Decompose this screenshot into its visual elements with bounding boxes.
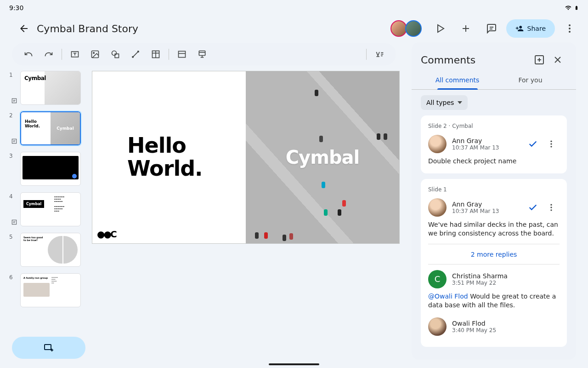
tab-for-you[interactable]: For you	[494, 71, 567, 89]
tab-all-comments[interactable]: All comments	[421, 71, 494, 89]
svg-rect-16	[179, 51, 186, 57]
header: Cymbal Brand Story Share	[0, 14, 588, 43]
thumbnail-4[interactable]: 4 Cymbal ▬▬▬▬▬▬▬▬▬▬▬▬▬▬▬▬▬▬▬▬▬▬▬▬▬▬▬▬▬	[9, 192, 88, 226]
comment-avatar: C	[428, 270, 447, 288]
svg-rect-28	[12, 220, 16, 224]
slide-thumbnails: 1 Cymbal 2 HelloWorld. Cymbal 3 4 Cymbal…	[0, 65, 92, 367]
add-comment-icon	[534, 54, 545, 65]
undo-button[interactable]	[19, 45, 38, 63]
add-slide-icon	[43, 342, 54, 353]
svg-point-37	[550, 141, 552, 142]
comment-author: Owali Flod	[452, 320, 560, 327]
more-button[interactable]	[559, 17, 581, 40]
more-replies-link[interactable]: 2 more replies	[471, 251, 517, 258]
thumbnail-6[interactable]: 6 A family-run group ▬▬▬▬▬▬▬▬▬▬▬▬▬▬	[9, 273, 88, 307]
layout-icon	[177, 50, 187, 59]
new-comment-button[interactable]	[530, 51, 548, 69]
textbox-button[interactable]	[66, 45, 84, 63]
resolve-button[interactable]	[525, 136, 541, 152]
present-button[interactable]	[429, 17, 451, 40]
collaborator-avatars[interactable]	[392, 20, 422, 37]
comment-text: @Owali Flod Would be great to create a d…	[428, 292, 560, 310]
notes-icon	[11, 219, 17, 225]
shape-button[interactable]	[106, 45, 124, 63]
svg-rect-22	[12, 98, 16, 103]
svg-point-2	[569, 24, 571, 26]
comments-panel: Comments All comments For you All types …	[412, 42, 576, 360]
person-add-icon	[515, 24, 524, 33]
comment-author: Ann Gray	[452, 201, 519, 208]
notes-icon	[11, 138, 17, 144]
nav-handle	[269, 363, 319, 365]
share-button[interactable]: Share	[506, 19, 555, 38]
close-icon	[552, 54, 563, 65]
avatar-user-1[interactable]	[390, 20, 407, 37]
share-label: Share	[527, 25, 546, 32]
close-comments-button[interactable]	[548, 51, 567, 69]
comment-avatar	[428, 198, 447, 217]
comment-more-button[interactable]	[543, 199, 560, 216]
plus-icon	[460, 23, 471, 34]
image-icon	[90, 50, 100, 59]
thumbnail-1[interactable]: 1 Cymbal	[9, 71, 88, 105]
svg-rect-9	[115, 54, 119, 58]
svg-point-4	[569, 31, 571, 33]
table-icon	[151, 50, 160, 59]
redo-button[interactable]	[40, 45, 58, 63]
check-icon	[528, 139, 538, 149]
back-button[interactable]	[15, 19, 33, 38]
slide-footer-mark: ●●C	[97, 229, 116, 240]
slide-title[interactable]: HelloWorld.	[127, 134, 246, 180]
play-icon	[435, 23, 446, 34]
comment-card[interactable]: Slide 2 · Cymbal Ann Gray 10:37 AM Mar 1…	[421, 115, 567, 173]
layout-button[interactable]	[173, 45, 191, 63]
comment-author: Ann Gray	[452, 137, 519, 144]
thumbnail-3[interactable]: 3	[9, 152, 88, 186]
dropdown-icon	[458, 101, 462, 104]
theme-button[interactable]	[193, 45, 211, 63]
comments-button[interactable]	[481, 17, 503, 40]
slide-canvas[interactable]: HelloWorld. ●●C Cymbal	[92, 71, 400, 244]
more-vert-icon	[564, 23, 575, 34]
divider	[62, 49, 62, 60]
table-button[interactable]	[147, 45, 165, 63]
comment-card[interactable]: Slide 1 Ann Gray 10:37 AM Mar 13 We've h…	[421, 179, 567, 347]
comment-author: Christina Sharma	[452, 272, 560, 280]
new-slide-fab[interactable]	[12, 337, 85, 359]
svg-point-11	[132, 57, 134, 58]
svg-point-8	[112, 51, 117, 56]
comment-slide-ref: Slide 2 · Cymbal	[428, 123, 560, 129]
undo-icon	[24, 50, 33, 59]
redo-icon	[44, 50, 53, 59]
svg-point-12	[138, 51, 139, 52]
status-time: 9:30	[9, 4, 23, 12]
more-vert-icon	[547, 203, 556, 212]
comment-more-button[interactable]	[543, 136, 560, 152]
thumbnail-5[interactable]: 5 Seem too good to be true?	[9, 233, 88, 267]
resolve-button[interactable]	[525, 199, 541, 216]
format-icon	[375, 50, 384, 59]
mention[interactable]: @Owali Flod	[428, 293, 468, 300]
filter-dropdown[interactable]: All types	[421, 95, 468, 110]
line-button[interactable]	[126, 45, 145, 63]
comments-title: Comments	[421, 54, 530, 66]
battery-icon	[574, 4, 579, 12]
avatar-user-2[interactable]	[405, 20, 422, 37]
svg-point-3	[569, 28, 571, 29]
toolbar	[12, 43, 396, 65]
format-button[interactable]	[370, 45, 389, 63]
line-icon	[131, 50, 140, 59]
thumbnail-2[interactable]: 2 HelloWorld. Cymbal	[9, 111, 88, 145]
svg-point-39	[550, 146, 552, 147]
document-title[interactable]: Cymbal Brand Story	[37, 23, 392, 34]
textbox-icon	[70, 50, 79, 59]
divider	[169, 49, 169, 60]
svg-point-7	[93, 52, 95, 54]
comment-text: We've had similar decks in the past, can…	[428, 220, 560, 238]
add-button[interactable]	[455, 17, 477, 40]
comment-slide-ref: Slide 1	[428, 186, 560, 193]
status-bar: 9:30	[0, 0, 588, 14]
arrow-back-icon	[18, 23, 29, 34]
comment-text: Double check project name	[428, 157, 560, 166]
image-button[interactable]	[86, 45, 104, 63]
